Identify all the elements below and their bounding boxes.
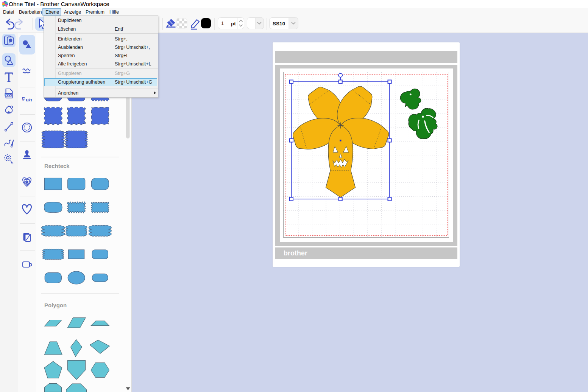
svg-text:SVG: SVG (5, 93, 12, 96)
svg-text:pt: pt (231, 21, 236, 26)
svg-text:n: n (28, 96, 32, 103)
svg-text:Rechteck: Rechteck (44, 163, 70, 169)
svg-text:SS10: SS10 (273, 21, 285, 26)
svg-text:Polygon: Polygon (44, 302, 67, 308)
svg-text:F: F (22, 96, 26, 102)
svg-text:1: 1 (221, 20, 224, 26)
